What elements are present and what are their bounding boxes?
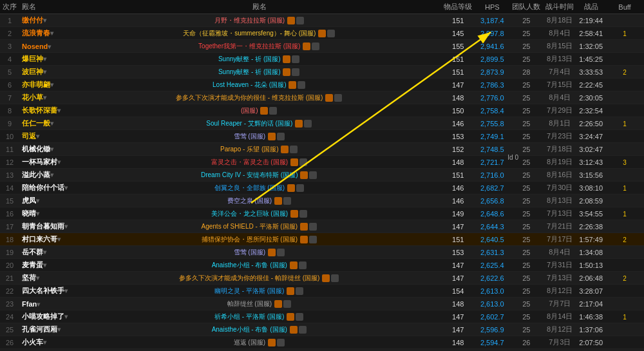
table-row[interactable]: 20 麦青蛋▾ Anaisthe小组 - 布鲁 (国服) 147 2,625.4… — [0, 259, 644, 272]
guild-name[interactable]: 缴付付▾ — [19, 14, 77, 27]
table-row[interactable]: 22 四大名补铁手▾ 幽明之灵 - 平洛斯 (国服) 154 2,613.0 2… — [0, 285, 644, 298]
table-row[interactable]: 13 溢此小蒸▾ Dream City IV - 安缇布特斯 (国服) 151 … — [0, 169, 644, 182]
col-members: 团队人数 — [509, 0, 543, 14]
table-row[interactable]: 5 波巨神▾ Sunny献整 - 祈 (国服) 151 2,873.9 28 7… — [0, 66, 644, 79]
table-row[interactable]: 10 司返▾ 雪莺 (国服) 153 2,749.1 25 7月23日 3:24… — [0, 130, 644, 143]
table-row[interactable]: 6 亦非萌翩▾ Lost Heaven - 花朵 (国服) 147 2,786.… — [0, 79, 644, 91]
table-row[interactable]: 2 流浪青春▾ 天命（征霸雅坡・summersfeng）- 舞心 (国服) 14… — [0, 27, 644, 40]
members-value: 25 — [509, 91, 543, 104]
table-row[interactable]: 23 Ffan▾ 帕辞缇丝 (国服) 148 2,613.0 25 7月7日 2… — [0, 298, 644, 310]
table-row[interactable]: 21 坚荷▾ 参多久下次演才能成为你的很佳 - 帕辞缇丝 (国服) 147 2,… — [0, 272, 644, 285]
buff-value — [605, 143, 644, 156]
rank-number: 5 — [0, 66, 19, 79]
guild-name[interactable]: 花小草▾ — [19, 91, 77, 104]
raid-name: 雪莺 (国服) — [77, 246, 441, 259]
guild-name[interactable]: 一杯马家村▾ — [19, 156, 77, 169]
hps-value: 2,716.0 — [475, 169, 509, 182]
guild-name[interactable]: 小火车▾ — [19, 336, 77, 349]
ilvl-value: 148 — [441, 336, 475, 349]
date-value: 7月13日 — [543, 272, 576, 285]
hps-value: 2,648.6 — [475, 207, 509, 220]
table-row[interactable]: 8 长歌怀深蔷▾ (国服) 150 2,758.4 25 7月29日 2:32:… — [0, 104, 644, 117]
guild-name[interactable]: 朝青台暮知雨▾ — [19, 220, 77, 233]
ilvl-value: 154 — [441, 285, 475, 298]
ilvl-value: 146 — [441, 182, 475, 194]
time-value: 2:07:50 — [576, 336, 605, 349]
guild-name[interactable]: 麦青蛋▾ — [19, 259, 77, 272]
date-value: 7月30日 — [543, 182, 576, 194]
date-value: 7月23日 — [543, 130, 576, 143]
members-value: 28 — [509, 66, 543, 79]
buff-value — [605, 259, 644, 272]
table-row[interactable]: 11 机械化锄▾ Parapo - 乐望 (国服) 152 2,748.5 25… — [0, 143, 644, 156]
guild-name[interactable]: 波巨神▾ — [19, 66, 77, 79]
table-row[interactable]: 25 孔雀河西厢▾ Anaisthe小组 - 布鲁 (国服) 147 2,596… — [0, 323, 644, 336]
guild-name[interactable]: 四大名补铁手▾ — [19, 285, 77, 298]
guild-name[interactable]: 爆巨神▾ — [19, 53, 77, 66]
table-row[interactable]: 1 缴付付▾ 月野・维克拉拉斯 (国服) 151 3,187.4 25 8月18… — [0, 14, 644, 27]
ilvl-value: 149 — [441, 207, 475, 220]
guild-name[interactable]: 村口来六哥▾ — [19, 233, 77, 246]
time-value: 3:12:43 — [576, 156, 605, 169]
rank-number: 6 — [0, 79, 19, 91]
guild-name[interactable]: 陪给你什个话▾ — [19, 182, 77, 194]
guild-name[interactable]: 孔雀河西厢▾ — [19, 323, 77, 336]
date-value: 8月13日 — [543, 53, 576, 66]
guild-name[interactable]: 流浪青春▾ — [19, 27, 77, 40]
table-row[interactable]: 27 南瓜他大节▾ 蓝淡升升 - 沙尘霸公会 (国服) 148 2,593.9 … — [0, 349, 644, 352]
table-row[interactable]: 17 朝青台暮知雨▾ Agents of SHIELD - 平洛斯 (国服) 1… — [0, 220, 644, 233]
table-row[interactable]: 16 晓晴▾ 美洋公会・龙之巨咏 (国服) 149 2,648.6 25 7月1… — [0, 207, 644, 220]
raid-name: Dream City IV - 安缇布特斯 (国服) — [77, 169, 441, 182]
table-row[interactable]: 26 小火车▾ 巡返 (国服) 148 2,594.7 26 7月3日 2:07… — [0, 336, 644, 349]
ilvl-value: 151 — [441, 14, 475, 27]
ilvl-value: 153 — [441, 246, 475, 259]
table-row[interactable]: 24 小喵攻略掉了▾ 祈希小组 - 平洛斯 (国服) 147 2,602.7 2… — [0, 310, 644, 323]
table-row[interactable]: 7 花小草▾ 参多久下次演才能成为你的很佳 - 维克拉拉斯 (国服) 148 2… — [0, 91, 644, 104]
table-row[interactable]: 15 虎凤▾ 费空之泉 (国服) 146 2,656.8 25 8月13日 2:… — [0, 194, 644, 207]
guild-name[interactable]: 坚荷▾ — [19, 272, 77, 285]
guild-name[interactable]: 虎凤▾ — [19, 194, 77, 207]
guild-name[interactable]: Ffan▾ — [19, 298, 77, 310]
time-value: 2:26:38 — [576, 220, 605, 233]
guild-name[interactable]: 任仁一般▾ — [19, 117, 77, 130]
rank-number: 23 — [0, 298, 19, 310]
members-value: 25 — [509, 53, 543, 66]
guild-name[interactable]: 溢此小蒸▾ — [19, 169, 77, 182]
hps-value: 2,941.6 — [475, 40, 509, 53]
rank-number: 14 — [0, 182, 19, 194]
guild-name[interactable]: 小喵攻略掉了▾ — [19, 310, 77, 323]
table-row[interactable]: 19 岳不群▾ 雪莺 (国服) 153 2,631.3 25 8月4日 1:34… — [0, 246, 644, 259]
members-value: 25 — [509, 349, 543, 352]
table-row[interactable]: 18 村口来六哥▾ 捕猎保护协会・恩所阿拉斯 (国服) 151 2,640.5 … — [0, 233, 644, 246]
rank-number: 3 — [0, 40, 19, 53]
table-row[interactable]: 9 任仁一般▾ Soul Reaper - 艾辉的话 (国服) 146 2,75… — [0, 117, 644, 130]
time-value: 1:32:05 — [576, 40, 605, 53]
members-value: 25 — [509, 130, 543, 143]
hps-value: 3,187.4 — [475, 14, 509, 27]
guild-name[interactable]: 晓晴▾ — [19, 207, 77, 220]
guild-name[interactable]: 长歌怀深蔷▾ — [19, 104, 77, 117]
table-row[interactable]: 3 Nosend▾ Together我第一・维克拉拉斯 (国服) 155 2,9… — [0, 40, 644, 53]
raid-name: 月野・维克拉拉斯 (国服) — [77, 14, 441, 27]
guild-name[interactable]: 亦非萌翩▾ — [19, 79, 77, 91]
table-row[interactable]: 14 陪给你什个话▾ 创翼之良・全部族 (国服) 146 2,682.7 25 … — [0, 182, 644, 194]
guild-name[interactable]: 机械化锄▾ — [19, 143, 77, 156]
raid-name: 创翼之良・全部族 (国服) — [77, 182, 441, 194]
table-row[interactable]: 12 一杯马家村▾ 富灵之击・富灵之击 (国服) 148 2,721.7 25 … — [0, 156, 644, 169]
rank-number: 4 — [0, 53, 19, 66]
date-value: 8月18日 — [543, 14, 576, 27]
time-value: 2:19:44 — [576, 14, 605, 27]
table-row[interactable]: 4 爆巨神▾ Sunny献整 - 祈 (国服) 151 2,899.5 25 8… — [0, 53, 644, 66]
members-value: 25 — [509, 207, 543, 220]
rank-number: 11 — [0, 143, 19, 156]
guild-name[interactable]: Nosend▾ — [19, 40, 77, 53]
time-value: 1:45:25 — [576, 53, 605, 66]
ilvl-value: 147 — [441, 220, 475, 233]
ilvl-value: 145 — [441, 27, 475, 40]
members-value: 25 — [509, 117, 543, 130]
date-value: 8月1日 — [543, 117, 576, 130]
guild-name[interactable]: 司返▾ — [19, 130, 77, 143]
guild-name[interactable]: 岳不群▾ — [19, 246, 77, 259]
guild-name[interactable]: 南瓜他大节▾ — [19, 349, 77, 352]
members-value: 25 — [509, 14, 543, 27]
